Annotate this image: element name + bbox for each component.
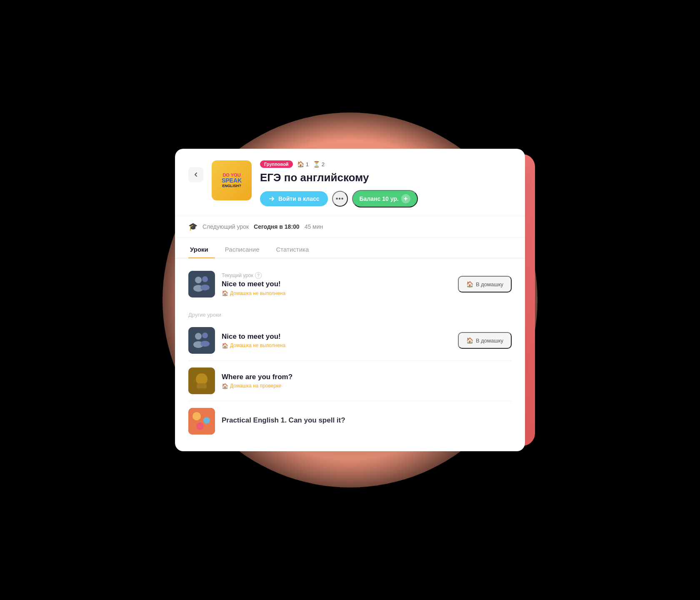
next-lesson-duration: 45 мин [305, 223, 323, 230]
other-lesson-1-title: Nice to meet you! [222, 332, 451, 341]
other-lesson-3-thumb [188, 408, 215, 435]
svg-point-1 [195, 277, 202, 283]
course-actions: Войти в класс ••• Баланс 10 ур. + [260, 190, 512, 208]
tab-statistics[interactable]: Статистика [275, 239, 316, 258]
other-lesson-2-thumb [188, 368, 215, 394]
help-icon[interactable]: ? [255, 272, 262, 279]
other-lesson-2-homework: 🏠 Домашка на проверке [222, 383, 512, 389]
add-balance-plus: + [401, 194, 410, 203]
course-title: ЕГЭ по английскому [260, 171, 512, 184]
course-badges: Групповой 🏠 1 ⏳ 2 [260, 160, 512, 168]
course-image-line2: SPEAK [222, 178, 242, 184]
other-hw1-btn-icon: 🏠 [466, 337, 473, 344]
current-lesson-thumb [188, 271, 215, 298]
svg-point-16 [196, 422, 204, 430]
svg-rect-13 [188, 408, 215, 435]
other-lesson-1-info: Nice to meet you! 🏠 Домашка не выполнена [222, 332, 451, 349]
balance-button[interactable]: Баланс 10 ур. + [352, 190, 418, 208]
other-hw1-btn-label: В домашку [476, 338, 503, 344]
homework-btn-icon: 🏠 [466, 281, 473, 288]
other-hw2-text: Домашка на проверке [230, 383, 281, 389]
current-lesson-title: Nice to meet you! [222, 280, 451, 288]
more-dots: ••• [336, 195, 344, 202]
enter-class-label: Войти в класс [278, 195, 320, 202]
group-badge: Групповой [260, 160, 293, 168]
home-count-badge: 🏠 1 [297, 161, 309, 168]
other-lesson-3-title: Practical English 1. Can you spell it? [222, 416, 512, 425]
current-lesson-homework: 🏠 Домашка не выполнена [222, 290, 451, 296]
home-count: 1 [306, 161, 309, 168]
other-hw2-icon: 🏠 [222, 383, 228, 389]
other-lesson-3: Practical English 1. Can you spell it? [188, 402, 512, 440]
next-lesson-time: Сегодня в 18:00 [254, 223, 300, 230]
svg-point-15 [203, 417, 210, 424]
home-icon: 🏠 [297, 161, 304, 168]
tab-schedule[interactable]: Расписание [223, 239, 266, 258]
next-lesson-bar: 🎓 Следующий урок Сегодня в 18:00 45 мин [175, 216, 525, 238]
lesson-divider-1 [188, 360, 512, 361]
lessons-content: Текущий урок ? Nice to meet you! 🏠 Домаш… [175, 258, 525, 447]
other-hw1-icon: 🏠 [222, 342, 228, 349]
more-options-button[interactable]: ••• [332, 191, 348, 207]
svg-point-8 [202, 332, 208, 338]
other-hw1-text: Домашка не выполнена [230, 342, 285, 348]
trophy-count: 2 [322, 161, 325, 168]
homework-btn-label: В домашку [476, 281, 503, 288]
main-card: DO YOU SPEAK ENGLISH? Групповой 🏠 1 ⏳ 2 … [175, 149, 525, 451]
current-homework-button[interactable]: 🏠 В домашку [458, 276, 512, 292]
svg-rect-5 [188, 327, 215, 354]
svg-rect-12 [197, 383, 207, 388]
svg-point-4 [200, 285, 210, 290]
tabs-bar: Уроки Расписание Статистика [175, 239, 525, 258]
svg-point-3 [202, 276, 208, 282]
next-lesson-label: Следующий урок [202, 223, 249, 230]
other-lesson-2-title: Where are you from? [222, 373, 512, 381]
homework-house-icon: 🏠 [222, 290, 228, 296]
other-lesson-1-thumb [188, 327, 215, 354]
course-image: DO YOU SPEAK ENGLISH? [212, 160, 252, 200]
tab-lessons[interactable]: Уроки [188, 239, 215, 258]
current-lesson-label: Текущий урок ? [222, 272, 451, 279]
trophy-icon: ⏳ [313, 161, 320, 168]
svg-point-9 [200, 341, 210, 347]
other-lesson-1-homework: 🏠 Домашка не выполнена [222, 342, 451, 349]
card-header: DO YOU SPEAK ENGLISH? Групповой 🏠 1 ⏳ 2 … [175, 149, 525, 216]
current-lesson-section: Текущий урок ? Nice to meet you! 🏠 Домаш… [188, 265, 512, 303]
back-button[interactable] [188, 167, 203, 182]
homework-text: Домашка не выполнена [230, 290, 285, 296]
lesson-divider-2 [188, 401, 512, 401]
course-image-line3: ENGLISH? [222, 184, 241, 188]
current-lesson-item: Текущий урок ? Nice to meet you! 🏠 Домаш… [188, 265, 512, 303]
enter-class-button[interactable]: Войти в класс [260, 191, 328, 206]
graduation-icon: 🎓 [188, 222, 198, 231]
svg-point-11 [196, 373, 208, 385]
other-lesson-1-homework-button[interactable]: 🏠 В домашку [458, 332, 512, 349]
svg-point-14 [192, 412, 201, 420]
other-lesson-2-info: Where are you from? 🏠 Домашка на проверк… [222, 373, 512, 389]
current-lesson-info: Текущий урок ? Nice to meet you! 🏠 Домаш… [222, 272, 451, 296]
svg-rect-0 [188, 271, 215, 298]
trophy-count-badge: ⏳ 2 [313, 161, 325, 168]
other-lessons-label: Другие уроки [188, 312, 512, 318]
balance-label: Баланс 10 ур. [360, 195, 399, 202]
course-info: Групповой 🏠 1 ⏳ 2 ЕГЭ по английскому [260, 160, 512, 208]
svg-point-6 [195, 333, 202, 340]
other-lesson-3-info: Practical English 1. Can you spell it? [222, 416, 512, 426]
other-lesson-1: Nice to meet you! 🏠 Домашка не выполнена… [188, 321, 512, 360]
other-lesson-2: Where are you from? 🏠 Домашка на проверк… [188, 362, 512, 400]
